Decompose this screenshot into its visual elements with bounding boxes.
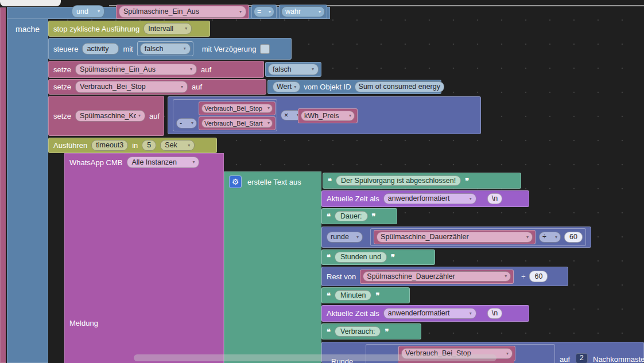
if-block-spine[interactable]: mache [7,19,48,363]
outer-rule-block-edge[interactable] [0,7,6,363]
dropdown-arrow-icon: ▾ [239,10,242,14]
gear-icon[interactable]: ⚙ [229,175,242,188]
logic-and-dropdown[interactable]: und ▾ [72,5,104,18]
divide-block[interactable]: Spülmaschine_Dauerzähler ▾ ÷ ▾ 60 [370,228,586,246]
text-block-verbrauch[interactable]: ❝ Verbrauch: ❞ [321,323,421,339]
stop-variable-name: Verbrauch_Bei_Stop [80,83,146,91]
factor-variable-block[interactable]: kWh_Preis ▾ [298,108,358,123]
text-block-minuten[interactable]: ❝ Minuten ❞ [321,287,410,303]
modulo-divisor-value: 60 [534,272,542,280]
dropdown-arrow-icon: ▾ [526,235,529,240]
divisor-field[interactable]: 60 [564,232,583,242]
dauer-text-field[interactable]: Dauer: [335,211,368,221]
duration-variable-block[interactable]: Spülmaschine_Dauerzähler ▾ [374,230,536,244]
stunden-text-field[interactable]: Stunden und [335,252,387,262]
time-format-dropdown[interactable]: anwenderformatiert ▾ [383,193,476,204]
false-dropdown[interactable]: falsch ▾ [268,64,319,75]
stop-variable-dropdown[interactable]: Verbrauch_Bei_Stop ▾ [75,81,188,92]
set-stop-block[interactable]: setze Verbrauch_Bei_Stop ▾ auf [48,79,266,95]
modulo-variable-block[interactable]: Spülmaschine_Dauerzähler ▾ [360,270,514,284]
condition-variable-block[interactable]: Spülmaschine_Ein_Aus ▾ [116,5,249,19]
onoff-variable-dropdown[interactable]: Spülmaschine_Ein_Aus ▾ [75,64,197,75]
control-block[interactable]: steuere activity mit falsch ▾ mit Verzög… [48,38,292,60]
newline-value: \n [492,194,498,202]
divide-label: ÷ [542,233,546,241]
stop-cyclic-block[interactable]: stop zyklische Ausführung Intervall ▾ [48,21,210,37]
whatsapp-block[interactable]: WhatsApp CMB Alle Instanzen ▾ Meldung [64,153,224,363]
dropdown-arrow-icon: ▾ [267,106,270,111]
dropdown-arrow-icon: ▾ [470,311,472,316]
factor-name: kWh_Preis [304,112,339,120]
object-id-field[interactable]: activity [82,43,119,54]
dropdown-arrow-icon: ▾ [185,26,187,31]
top-scrollbar-thumb[interactable] [0,0,61,6]
newline-field[interactable]: \n [487,308,502,318]
verbrauch-text-field[interactable]: Verbrauch: [335,326,381,337]
attr-dropdown[interactable]: Wert ▾ [273,81,300,92]
time-format-dropdown[interactable]: anwenderformatiert ▾ [383,308,476,318]
to-label: auf [192,83,202,91]
subtrahend-variable-block[interactable]: Verbrauch_Bei_Start ▾ [199,116,276,130]
minuten-text-field[interactable]: Minuten [335,290,371,300]
unit-dropdown[interactable]: Sek ▾ [160,140,195,150]
time-label: Aktuelle Zeit als [327,309,379,318]
interval-dropdown[interactable]: Intervall ▾ [143,23,192,34]
logic-true-block[interactable]: wahr ▾ [279,5,327,19]
done-text-field[interactable]: Der Spülvorgang ist abgeschlossen! [336,175,461,186]
quote-open-icon: ❝ [327,213,331,220]
digits-field[interactable]: 2 [576,353,588,363]
quote-close-icon: ❞ [465,177,469,185]
and-label: und [76,7,88,15]
object-id-field[interactable]: Sum of consumed energy [355,81,444,92]
compare-operator-block[interactable]: = ▾ [251,5,277,19]
modulo-block[interactable]: Rest von Spülmaschine_Dauerzähler ▾ ÷ 60 [321,267,568,286]
subtract-block[interactable]: - ▾ Verbrauch_Bei_Stop ▾ Verbrauch_Bei_S… [173,99,277,131]
minuend-variable-block[interactable]: Verbrauch_Bei_Stop ▾ [199,102,276,115]
minus-operator-dropdown[interactable]: - ▾ [176,118,197,128]
message-label: Meldung [69,319,98,327]
timeout-name-field[interactable]: timeout3 [91,140,128,150]
horizontal-scrollbar-thumb[interactable] [134,354,496,361]
condition-variable-dropdown[interactable]: Spülmaschine_Ein_Aus ▾ [119,6,246,17]
subtrahend-dropdown[interactable]: Verbrauch_Bei_Start ▾ [201,119,273,128]
false-value-block[interactable]: falsch ▾ [265,62,321,77]
minuend-dropdown[interactable]: Verbrauch_Bei_Stop ▾ [201,104,273,114]
true-value-dropdown[interactable]: wahr ▾ [281,6,325,17]
delay-value-field[interactable]: 5 [142,140,156,150]
digits-label: Nachkommastellen [593,355,644,363]
factor-dropdown[interactable]: kWh_Preis ▾ [301,111,355,121]
instance-dropdown[interactable]: Alle Instanzen ▾ [127,157,199,168]
text-block-dauer[interactable]: ❝ Dauer: ❞ [321,208,397,224]
text-block-stunden[interactable]: ❝ Stunden und ❞ [321,249,435,265]
delay-value: 5 [147,141,151,149]
dropdown-arrow-icon: ▾ [184,46,186,51]
times-label: × [284,111,288,119]
cost-variable-dropdown[interactable]: Spülmaschine_Kosten ▾ [75,110,145,122]
set-cost-block[interactable]: setze Spülmaschine_Kosten ▾ auf [48,96,164,136]
delay-checkbox[interactable] [260,44,270,54]
multiply-block[interactable]: - ▾ Verbrauch_Bei_Stop ▾ Verbrauch_Bei_S… [168,96,481,134]
text-block-done[interactable]: ❝ Der Spülvorgang ist abgeschlossen! ❞ [323,173,521,189]
time-block-1[interactable]: Aktuelle Zeit als anwenderformatiert ▾ \… [321,190,529,207]
divide-operator-dropdown[interactable]: ÷ ▾ [539,232,561,242]
operator-dropdown[interactable]: = ▾ [254,6,274,17]
round-op-dropdown[interactable]: runde ▾ [327,232,363,242]
textjoin-block[interactable]: ⚙ erstelle Text aus [224,171,321,363]
false-value-dropdown[interactable]: falsch ▾ [140,43,191,54]
interval-label: Intervall [148,25,173,33]
stunden-text: Stunden und [340,253,381,261]
value-input-socket[interactable]: falsch ▾ [137,41,193,56]
dropdown-arrow-icon: ▾ [138,114,141,118]
duration-dropdown[interactable]: Spülmaschine_Dauerzähler ▾ [377,232,533,242]
get-value-block[interactable]: Wert ▾ vom Objekt ID Sum of consumed ene… [267,80,441,94]
time-block-2[interactable]: Aktuelle Zeit als anwenderformatiert ▾ \… [321,305,529,322]
dropdown-arrow-icon: ▾ [470,197,472,201]
round-hours-block[interactable]: runde ▾ Spülmaschine_Dauerzähler ▾ ÷ ▾ 6… [321,227,591,248]
set-onoff-block[interactable]: setze Spülmaschine_Ein_Aus ▾ auf [48,61,264,78]
quote-open-icon: ❝ [327,328,331,335]
modulo-variable-dropdown[interactable]: Spülmaschine_Dauerzähler ▾ [363,271,511,282]
timeout-block[interactable]: Ausführen timeout3 in 5 Sek ▾ [48,138,217,153]
newline-field[interactable]: \n [487,193,502,204]
object-id-value: activity [87,45,108,53]
modulo-divisor-field[interactable]: 60 [529,271,548,282]
